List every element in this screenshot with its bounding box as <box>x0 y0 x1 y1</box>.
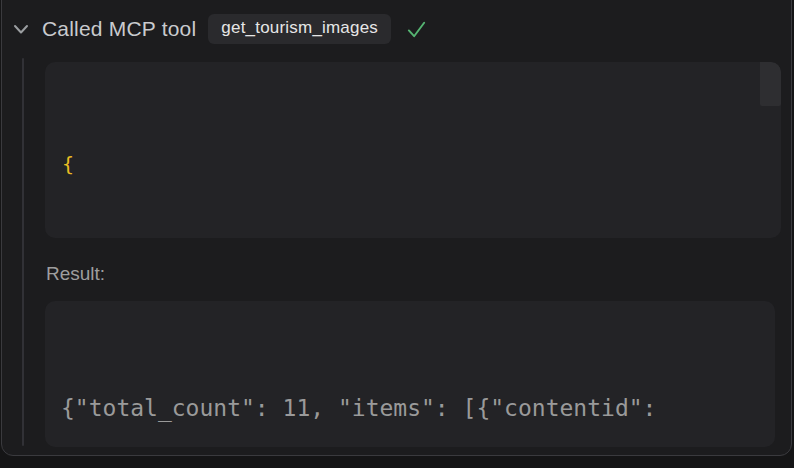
tool-input-json: { "language": "en", "content_id": "26433… <box>45 62 781 238</box>
tool-name-badge: get_tourism_images <box>208 14 391 44</box>
result-line: {"total_count": 11, "items": [{"contenti… <box>61 390 761 427</box>
chevron-down-icon[interactable] <box>12 20 30 38</box>
success-checkmark-icon <box>405 18 428 41</box>
json-line: { <box>62 147 763 182</box>
tool-call-header[interactable]: Called MCP tool get_tourism_images <box>10 11 774 47</box>
scrollbar-thumb[interactable] <box>760 62 781 106</box>
json-open-brace: { <box>62 152 74 176</box>
tool-call-title: Called MCP tool <box>42 17 196 41</box>
tool-input-code-block[interactable]: { "language": "en", "content_id": "26433… <box>45 62 781 238</box>
tool-result-text: {"total_count": 11, "items": [{"contenti… <box>45 301 775 447</box>
result-label: Result: <box>46 263 105 285</box>
tool-result-code-block[interactable]: {"total_count": 11, "items": [{"contenti… <box>45 301 775 447</box>
collapse-thread-line <box>22 58 24 446</box>
mcp-tool-call-panel: Called MCP tool get_tourism_images { "la… <box>0 0 794 468</box>
